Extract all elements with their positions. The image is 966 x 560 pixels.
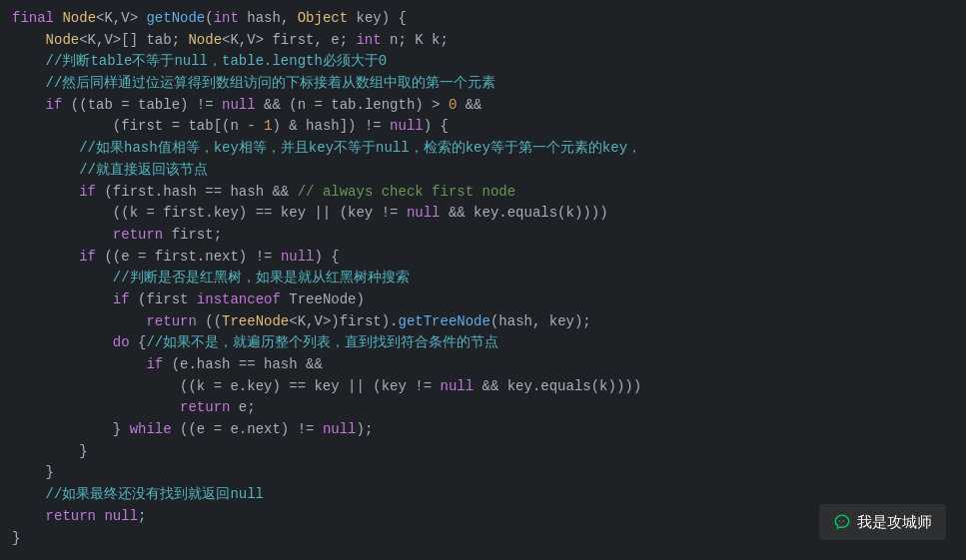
code-line-15: return ((TreeNode<K,V>)first).getTreeNod… <box>12 311 954 333</box>
code-line-9: if (first.hash == hash && // always chec… <box>12 182 954 204</box>
code-line-22: } <box>12 462 954 484</box>
code-line-6: (first = tab[(n - 1) & hash]) != null) { <box>12 116 954 138</box>
code-line-3: //判断table不等于null，table.length必须大于0 <box>12 51 954 73</box>
code-line-5: if ((tab = table) != null && (n = tab.le… <box>12 95 954 117</box>
wechat-icon <box>833 513 851 531</box>
code-line-20: } while ((e = e.next) != null); <box>12 419 954 441</box>
code-line-17: if (e.hash == hash && <box>12 354 954 376</box>
watermark: 我是攻城师 <box>819 504 946 540</box>
code-line-11: return first; <box>12 225 954 247</box>
watermark-text: 我是攻城师 <box>857 510 932 534</box>
code-line-10: ((k = first.key) == key || (key != null … <box>12 203 954 225</box>
code-container: final Node<K,V> getNode(int hash, Object… <box>0 0 966 560</box>
code-line-13: //判断是否是红黑树，如果是就从红黑树种搜索 <box>12 268 954 289</box>
code-line-24: return null; <box>12 506 954 528</box>
code-line-12: if ((e = first.next) != null) { <box>12 247 954 269</box>
code-line-25: } <box>12 528 954 550</box>
code-line-14: if (first instanceof TreeNode) <box>12 289 954 311</box>
code-line-1: final Node<K,V> getNode(int hash, Object… <box>12 8 954 30</box>
code-line-18: ((k = e.key) == key || (key != null && k… <box>12 376 954 398</box>
code-line-21: } <box>12 441 954 463</box>
code-line-8: //就直接返回该节点 <box>12 160 954 182</box>
code-line-19: return e; <box>12 397 954 419</box>
code-line-7: //如果hash值相等，key相等，并且key不等于null，检索的key等于第… <box>12 138 954 160</box>
code-line-23: //如果最终还没有找到就返回null <box>12 484 954 506</box>
code-line-16: do {//如果不是，就遍历整个列表，直到找到符合条件的节点 <box>12 332 954 354</box>
code-line-4: //然后同样通过位运算得到数组访问的下标接着从数组中取的第一个元素 <box>12 73 954 95</box>
code-line-2: Node<K,V>[] tab; Node<K,V> first, e; int… <box>12 30 954 52</box>
